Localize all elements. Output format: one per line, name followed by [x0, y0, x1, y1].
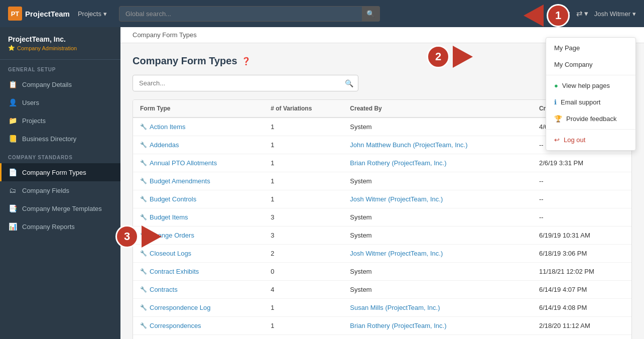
- business-directory-icon: 📒: [8, 135, 17, 143]
- form-type-link[interactable]: 🔧Addendas: [140, 141, 256, 149]
- check-icon-btn[interactable]: ☑▾: [558, 9, 570, 18]
- user-menu[interactable]: Josh Witmer ▾ My Page My Company ● View …: [594, 10, 636, 18]
- cell-created-date: 6/18/19 3:06 PM: [532, 245, 631, 263]
- sidebar-item-label: Projects: [22, 117, 46, 125]
- global-search-button[interactable]: 🔍: [362, 6, 380, 22]
- cell-created-by: Brian Rothery (ProjectTeam, Inc.): [343, 154, 532, 172]
- form-type-link[interactable]: 🔧Action Items: [140, 123, 256, 131]
- cell-created-by: System: [343, 208, 532, 227]
- blue-circle-icon: ℹ: [554, 98, 557, 106]
- sidebar-item-company-fields[interactable]: 🗂 Company Fields: [0, 181, 120, 199]
- created-by-link[interactable]: Brian Rothery (ProjectTeam, Inc.): [350, 159, 446, 167]
- cell-form-type: 🔧Contracts: [133, 281, 264, 299]
- projects-menu[interactable]: Projects ▾: [78, 10, 107, 18]
- form-type-link[interactable]: 🔧Closeout Logs: [140, 250, 256, 257]
- trophy-icon: 🏆: [554, 115, 562, 123]
- top-nav: PT ProjectTeam Projects ▾ 🔍 ☑▾ ⇄▾ Josh W…: [0, 0, 644, 27]
- company-form-types-icon: 📄: [8, 168, 17, 176]
- cell-created-by: System: [343, 263, 532, 281]
- sidebar-item-company-details[interactable]: 📋 Company Details: [0, 75, 120, 93]
- form-type-link[interactable]: 🔧Contracts: [140, 286, 256, 293]
- form-type-link[interactable]: 🔧Budget Items: [140, 213, 256, 221]
- wrench-icon: 🔧: [140, 196, 147, 202]
- form-type-link[interactable]: 🔧Budget Amendments: [140, 177, 256, 185]
- dropdown-my-company[interactable]: My Company: [546, 56, 635, 73]
- cell-variations: 3: [264, 208, 343, 227]
- dropdown-my-page[interactable]: My Page: [546, 40, 635, 56]
- cell-created-by: Josh Witmer (ProjectTeam, Inc.): [343, 245, 532, 263]
- cell-created-date: 11/18/21 12:02 PM: [532, 263, 631, 281]
- sidebar-item-business-directory[interactable]: 📒 Business Directory: [0, 130, 120, 148]
- sidebar-item-label: Company Form Types: [22, 169, 86, 176]
- form-type-link[interactable]: 🔧Annual PTO Allotments: [140, 159, 256, 167]
- dropdown-arrow: ▾: [566, 9, 570, 18]
- sidebar-item-company-merge-templates[interactable]: 📑 Company Merge Templates: [0, 199, 120, 217]
- logo: PT ProjectTeam: [8, 7, 70, 21]
- table-row: 🔧Contracts4System6/14/19 4:07 PM: [133, 281, 631, 299]
- created-by-link[interactable]: Josh Witmer (ProjectTeam, Inc.): [350, 250, 443, 257]
- wrench-icon: 🔧: [140, 304, 147, 311]
- cell-created-date: 6/14/19 4:08 PM: [532, 299, 631, 317]
- sidebar-item-users[interactable]: 👤 Users: [0, 93, 120, 111]
- cell-variations: 0: [264, 335, 343, 340]
- green-dot-icon: ●: [554, 82, 558, 89]
- cell-form-type: 🔧Cost Proposals: [133, 335, 264, 340]
- dropdown-logout[interactable]: ↩ Log out: [546, 132, 635, 148]
- form-type-link[interactable]: 🔧Correspondence Log: [140, 304, 256, 311]
- form-type-link[interactable]: 🔧Budget Controls: [140, 195, 256, 203]
- company-reports-icon: 📊: [8, 222, 17, 231]
- form-type-link[interactable]: 🔧Contract Exhibits: [140, 268, 256, 275]
- table-row: 🔧Budget Amendments1System--: [133, 172, 631, 190]
- projects-label: Projects: [78, 10, 101, 18]
- created-by-link[interactable]: Josh Witmer (ProjectTeam, Inc.): [350, 195, 443, 203]
- logout-label: Log out: [564, 136, 585, 144]
- top-nav-right: ☑▾ ⇄▾ Josh Witmer ▾ My Page My Company ●…: [558, 9, 636, 18]
- cell-form-type: 🔧Correspondences: [133, 317, 264, 335]
- created-by-link[interactable]: Brian Rothery (ProjectTeam, Inc.): [350, 322, 446, 329]
- company-role-label: Company Administration: [17, 45, 77, 51]
- star-icon: ⭐: [8, 45, 15, 51]
- sidebar-item-company-form-types[interactable]: 📄 Company Form Types: [0, 163, 120, 181]
- help-icon[interactable]: ❓: [241, 57, 251, 66]
- form-type-label: Budget Controls: [150, 195, 196, 203]
- sidebar-item-company-reports[interactable]: 📊 Company Reports: [0, 217, 120, 236]
- dropdown-email-support[interactable]: ℹ Email support: [546, 94, 635, 110]
- my-page-label: My Page: [554, 44, 580, 52]
- wrench-icon: 🔧: [140, 322, 147, 329]
- table-row: 🔧Correspondences1Brian Rothery (ProjectT…: [133, 317, 631, 335]
- wrench-icon: 🔧: [140, 142, 147, 148]
- shuffle-icon-btn[interactable]: ⇄▾: [576, 9, 588, 18]
- my-company-label: My Company: [554, 61, 593, 68]
- dropdown-arrow2: ▾: [584, 9, 588, 18]
- divider-1: [546, 75, 635, 75]
- cell-created-by: System: [343, 118, 532, 136]
- table-row: 🔧Budget Items3System--: [133, 208, 631, 227]
- cell-created-date: 2/6/19 3:31 PM: [532, 154, 631, 172]
- sidebar-item-projects[interactable]: 📁 Projects: [0, 111, 120, 130]
- cell-variations: 1: [264, 118, 343, 136]
- created-by-link[interactable]: John Matthew Bunch (ProjectTeam, Inc.): [350, 141, 467, 149]
- form-type-link[interactable]: 🔧Change Orders: [140, 232, 256, 239]
- company-standards-label: COMPANY STANDARDS: [0, 148, 120, 163]
- form-type-link[interactable]: 🔧Correspondences: [140, 322, 256, 329]
- dropdown-view-help[interactable]: ● View help pages: [546, 77, 635, 94]
- company-details-icon: 📋: [8, 80, 17, 88]
- form-type-label: Annual PTO Allotments: [150, 159, 217, 167]
- wrench-icon: 🔧: [140, 232, 147, 239]
- cell-form-type: 🔧Annual PTO Allotments: [133, 154, 264, 172]
- dropdown-feedback[interactable]: 🏆 Provide feedback: [546, 110, 635, 127]
- cell-created-date: 2/18/20 11:12 AM: [532, 317, 631, 335]
- form-type-label: Closeout Logs: [150, 250, 191, 257]
- cell-variations: 0: [264, 263, 343, 281]
- wrench-icon: 🔧: [140, 250, 147, 257]
- cell-created-date: 4/12/19 8:21 AM: [532, 335, 631, 340]
- cell-form-type: 🔧Contract Exhibits: [133, 263, 264, 281]
- wrench-icon: 🔧: [140, 286, 147, 293]
- table-search-input[interactable]: [133, 75, 358, 91]
- cell-created-by: System: [343, 335, 532, 340]
- cell-created-by: John Matthew Bunch (ProjectTeam, Inc.): [343, 136, 532, 154]
- form-type-label: Contracts: [150, 286, 178, 293]
- global-search-input[interactable]: [119, 6, 380, 22]
- created-by-link[interactable]: Susan Mills (ProjectTeam, Inc.): [350, 304, 440, 311]
- wrench-icon: 🔧: [140, 160, 147, 166]
